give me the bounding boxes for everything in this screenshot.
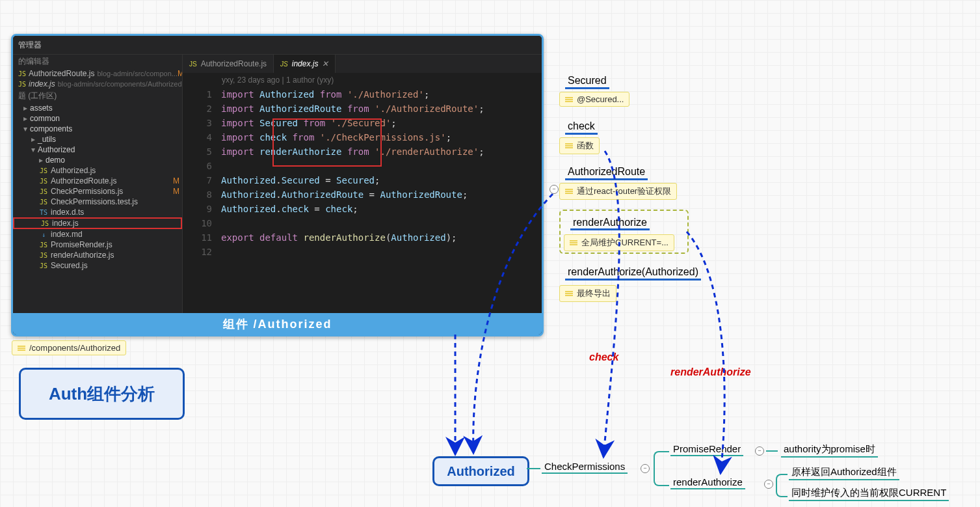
line-number: 9 — [183, 202, 221, 216]
file-item[interactable]: JSCheckPermissions.jsM — [13, 186, 182, 197]
code-line: 11export default renderAuthorize(Authori… — [183, 230, 542, 245]
code-line: 2import AuthorizedRoute from './Authoriz… — [183, 102, 542, 116]
open-editor-item[interactable]: JSAuthorizedRoute.jsblog-admin/src/compo… — [13, 68, 182, 79]
code-line: 7Authorized.Secured = Secured; — [183, 173, 542, 187]
code-line: 10 — [183, 216, 542, 230]
close-icon[interactable]: ✕ — [322, 59, 328, 68]
titlebar-label: 管理器 — [13, 40, 47, 51]
editor-tab[interactable]: JSindex.js✕ — [274, 55, 336, 73]
file-path: blog-admin/src/components/Authorized — [58, 80, 182, 88]
file-name: index.js — [29, 79, 55, 89]
open-editors-list: JSAuthorizedRoute.jsblog-admin/src/compo… — [13, 68, 182, 89]
file-icon: JS — [18, 81, 26, 88]
note-path-text: /components/Authorized — [29, 343, 120, 353]
folder-name: common — [30, 114, 60, 123]
line-number: 6 — [183, 159, 221, 173]
file-item[interactable]: JSPromiseRender.js — [13, 240, 182, 250]
note-icon — [18, 346, 25, 351]
note-secured-text: @Secured... — [577, 94, 624, 104]
leaf-checkpermissions-text: CheckPermissions — [544, 461, 625, 472]
note-path: /components/Authorized — [12, 340, 126, 355]
folder-item[interactable]: ▾components — [13, 124, 182, 134]
code-src: import Authorized from './Authorized'; — [221, 87, 542, 102]
file-icon: JS — [39, 167, 48, 174]
folder-name: assets — [30, 103, 53, 113]
line-number: 8 — [183, 187, 221, 202]
file-icon: JS — [280, 61, 288, 68]
line-number: 12 — [183, 245, 221, 259]
expander-icon[interactable]: − — [764, 480, 773, 489]
folder-name: demo — [46, 156, 65, 165]
open-editor-item[interactable]: JSindex.jsblog-admin/src/components/Auth… — [13, 79, 182, 89]
code-src: Authorized.Secured = Secured; — [221, 173, 542, 187]
file-icon: JS — [39, 262, 48, 269]
file-name: CheckPermissions.test.js — [51, 197, 138, 206]
chevron-icon: ▸ — [23, 114, 30, 123]
file-item[interactable]: JSAuthorizedRoute.jsM — [13, 176, 182, 186]
note-icon — [565, 97, 573, 102]
note-authroute-text: 通过react-router验证权限 — [577, 185, 671, 197]
expander-icon[interactable]: − — [755, 446, 764, 456]
file-name: AuthorizedRoute.js — [29, 69, 94, 78]
file-name: Authorized.js — [51, 166, 96, 175]
file-tree: ▸assets▸common▾components▸_utils▾Authori… — [13, 103, 182, 271]
leaf-promiserender-text: PromiseRender — [673, 443, 741, 454]
file-item[interactable]: JSindex.js — [13, 217, 182, 229]
leaf-checkpermissions: CheckPermissions — [542, 460, 628, 474]
file-item[interactable]: JSCheckPermissions.test.js — [13, 197, 182, 207]
code-src: import AuthorizedRoute from './Authorize… — [221, 102, 542, 116]
code-line: 5import renderAuthorize from './renderAu… — [183, 144, 542, 159]
line-number: 4 — [183, 130, 221, 144]
line-number: 10 — [183, 216, 221, 230]
file-icon: JS — [40, 220, 49, 227]
leaf-text: renderAuthorize — [673, 476, 743, 487]
expander-icon[interactable]: − — [641, 464, 650, 473]
code-src — [221, 216, 542, 230]
line-number: 3 — [183, 116, 221, 130]
editor-tabs: JSAuthorizedRoute.jsJSindex.js✕ — [183, 55, 542, 73]
folder-item[interactable]: ▸common — [13, 113, 182, 124]
editor-tab[interactable]: JSAuthorizedRoute.js — [183, 55, 274, 73]
expander-icon[interactable]: − — [550, 185, 559, 194]
authorized-node: Authorized — [432, 456, 529, 486]
file-item[interactable]: JSSecured.js — [13, 260, 182, 271]
folder-name: components — [30, 124, 72, 133]
leaf-promiserender: PromiseRender — [670, 443, 743, 456]
file-item[interactable]: ↓index.md — [13, 229, 182, 240]
folder-item[interactable]: ▸assets — [13, 103, 182, 113]
chevron-icon: ▸ — [23, 103, 30, 113]
code-src: Authorized.AuthorizedRoute = AuthorizedR… — [221, 187, 542, 202]
modified-badge: M — [173, 176, 179, 185]
note-icon — [570, 240, 577, 245]
leaf-text: 原样返回Authorized组件 — [791, 466, 897, 477]
fork-connector — [776, 474, 788, 497]
vscode-window: 管理器 的编辑器 JSAuthorizedRoute.jsblog-admin/… — [11, 34, 544, 336]
file-icon: JS — [39, 241, 48, 249]
note-icon — [565, 291, 573, 296]
folder-item[interactable]: ▾Authorized — [13, 144, 182, 155]
note-renderauth-call: 最终导出 — [559, 285, 616, 302]
code-line: 6 — [183, 159, 542, 173]
file-icon: TS — [39, 209, 48, 216]
note-renderauthorize: 全局维护CURRENT=... — [564, 234, 674, 251]
open-editors-label: 的编辑器 — [13, 55, 182, 68]
line-number: 1 — [183, 87, 221, 102]
folder-item[interactable]: ▸demo — [13, 155, 182, 165]
file-item[interactable]: JSrenderAuthorize.js — [13, 250, 182, 260]
note-icon — [565, 143, 573, 148]
note-renderauth-call-text: 最终导出 — [577, 288, 611, 299]
modified-badge: M — [173, 187, 179, 196]
folder-name: _utils — [38, 135, 56, 144]
file-icon: JS — [18, 70, 26, 77]
file-item[interactable]: TSindex.d.ts — [13, 207, 182, 217]
vscode-titlebar: 管理器 — [13, 36, 542, 55]
code-line: 8Authorized.AuthorizedRoute = Authorized… — [183, 187, 542, 202]
file-icon: ↓ — [39, 231, 48, 238]
file-name: index.d.ts — [51, 208, 84, 217]
folder-item[interactable]: ▸_utils — [13, 134, 182, 144]
file-name: renderAuthorize.js — [51, 251, 114, 260]
leaf-renderauth-d2: 同时维护传入的当前权限CURRENT — [789, 486, 949, 501]
workspace-label: 题 (工作区) — [13, 89, 182, 103]
file-item[interactable]: JSAuthorized.js — [13, 165, 182, 176]
code-line: 4import check from './CheckPermissions.j… — [183, 130, 542, 144]
